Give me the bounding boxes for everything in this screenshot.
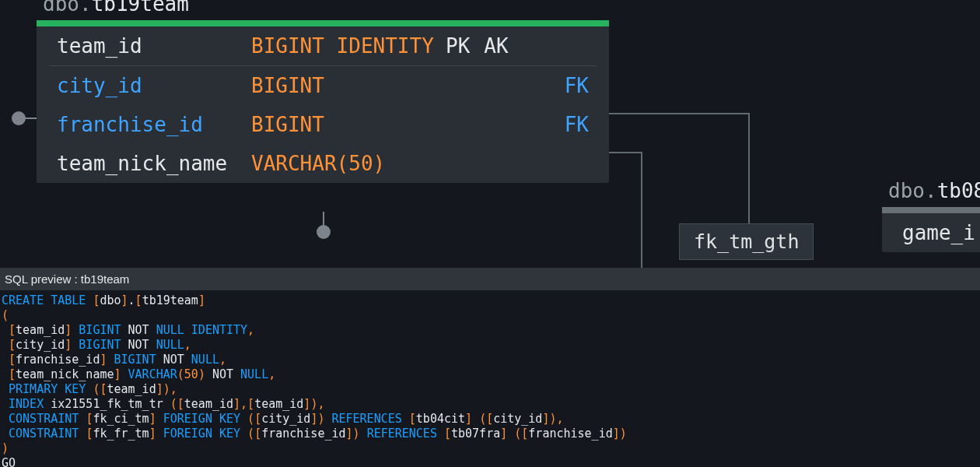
column-type: VARCHAR(50): [251, 152, 446, 175]
table-name-label: tb19team: [92, 0, 189, 16]
fk-relationship-label[interactable]: fk_tm_gth: [679, 223, 814, 260]
schema-label: dbo: [43, 0, 79, 16]
column-name: city_id: [57, 74, 251, 97]
table-row[interactable]: franchise_id BIGINT FK: [37, 105, 609, 144]
table-header-bar: [37, 20, 609, 26]
fk-badge: FK: [565, 113, 589, 136]
table-row[interactable]: city_id BIGINT FK: [37, 66, 609, 105]
table-name-label: tb08: [937, 179, 980, 202]
connector-node-icon[interactable]: [317, 225, 331, 239]
schema-label: dbo: [888, 179, 925, 202]
column-type: BIGINT IDENTITY: [251, 34, 446, 58]
diagram-canvas[interactable]: dbo.tb19team team_id BIGINT IDENTITY PK …: [0, 0, 980, 268]
sql-preview-title: SQL preview : tb19team: [0, 268, 980, 290]
connector-line: [25, 118, 37, 119]
table-card-main[interactable]: dbo.tb19team team_id BIGINT IDENTITY PK …: [37, 0, 609, 183]
table-header-bar: [882, 207, 980, 213]
table-card-secondary[interactable]: dbo.tb08 game_i: [882, 179, 980, 252]
table-title: dbo.tb19team: [37, 0, 609, 20]
sql-code[interactable]: CREATE TABLE [dbo].[tb19team] ( [team_id…: [0, 290, 980, 467]
table-row[interactable]: team_nick_name VARCHAR(50): [37, 144, 609, 183]
column-name: team_id: [57, 34, 251, 58]
fk-badge: FK: [565, 74, 589, 97]
table-title: dbo.tb08: [882, 179, 980, 207]
column-name: franchise_id: [57, 113, 251, 136]
column-name: team_nick_name: [57, 152, 251, 175]
column-type: BIGINT: [251, 74, 446, 97]
table-row[interactable]: game_i: [882, 213, 980, 252]
connector-node-icon[interactable]: [12, 111, 26, 125]
table-row-pk[interactable]: team_id BIGINT IDENTITY PK AK: [37, 26, 609, 65]
sql-preview-pane: SQL preview : tb19team CREATE TABLE [dbo…: [0, 268, 980, 467]
column-name: game_i: [902, 221, 980, 244]
column-type: BIGINT: [251, 113, 446, 136]
column-keys: PK AK: [446, 34, 509, 58]
connector-line: [323, 212, 324, 226]
